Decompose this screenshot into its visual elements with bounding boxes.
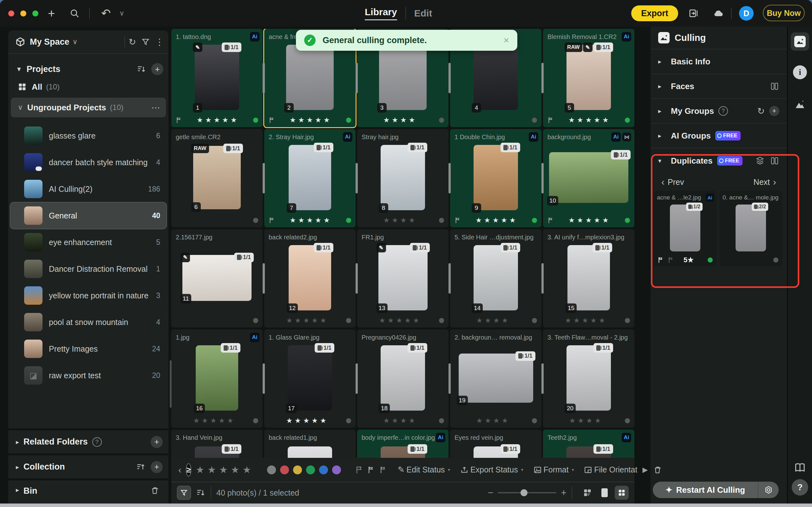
tile-scrub-handle[interactable]	[263, 263, 265, 294]
tile-scrub-handle[interactable]	[448, 363, 451, 394]
photo-thumbnail[interactable]: 1/1 12	[289, 245, 331, 311]
flag-pick-icon[interactable]	[367, 466, 376, 474]
next-chevron-icon[interactable]: ›	[773, 177, 776, 187]
pick-flag-icon[interactable]	[176, 117, 183, 124]
flag-plain-icon[interactable]	[355, 466, 364, 474]
photo-thumbnail[interactable]: 1/1 17	[288, 345, 332, 411]
tile-scrub-handle[interactable]	[356, 263, 358, 294]
star-rating[interactable]: ★★★★★	[362, 317, 439, 325]
file-orientation-button[interactable]: File Orientat	[594, 465, 637, 474]
star-rating[interactable]: ★★★★	[362, 216, 439, 224]
photo-thumbnail[interactable]: 1/1 18	[381, 345, 425, 411]
color-label-dot[interactable]	[625, 318, 630, 323]
photo-tile[interactable]: Blemish Removal 1.CR2 Ai RAW ✎	[543, 29, 634, 127]
photo-thumbnail[interactable]: RAW 1/1 6	[193, 146, 241, 209]
kebab-menu-icon[interactable]: ⋮	[155, 37, 164, 47]
color-label-dot[interactable]	[253, 118, 258, 123]
star-rating[interactable]: ★★★★★	[462, 216, 532, 224]
add-group-button[interactable]: +	[769, 106, 779, 116]
tile-scrub-handle[interactable]	[356, 363, 358, 394]
view-grid-detail-button[interactable]	[581, 486, 594, 500]
add-icon[interactable]: +	[44, 0, 58, 26]
trash-icon[interactable]	[151, 486, 160, 495]
restart-ai-culling-button[interactable]: ✦ Restart AI Culling	[653, 482, 779, 498]
pick-flag-icon[interactable]	[657, 257, 664, 264]
color-label-dot[interactable]	[532, 418, 537, 423]
grid-sort-icon[interactable]	[196, 488, 206, 498]
tile-scrub-handle[interactable]	[356, 163, 358, 193]
my-groups-refresh-icon[interactable]: ↻	[757, 106, 765, 116]
photo-tile[interactable]: back related2.jpg	[264, 229, 356, 328]
sidebar-project-item[interactable]: glasses glare 6	[10, 122, 166, 149]
tab-edit[interactable]: Edit	[414, 8, 432, 19]
related-folders-help-icon[interactable]: ?	[92, 437, 102, 447]
back-chevron-icon[interactable]: ‹	[178, 464, 181, 475]
collection-collapse-icon[interactable]: ▸	[16, 463, 19, 471]
photo-tile[interactable]: 2. backgroun… removal.jpg	[450, 329, 541, 428]
duplicates-collapse-icon[interactable]: ▾	[658, 157, 661, 165]
my-groups-help-icon[interactable]: ?	[718, 106, 728, 116]
tile-scrub-handle[interactable]	[448, 163, 451, 193]
faces-collapse-icon[interactable]: ▸	[658, 82, 661, 90]
duplicate-card[interactable]: acne & …le2.jpg Ai 1/2	[654, 191, 716, 266]
sort-projects-icon[interactable]	[137, 64, 146, 74]
sidebar-project-item[interactable]: Dancer Distraction Removal 1	[10, 256, 166, 282]
photo-thumbnail[interactable]: 1/1 19	[458, 353, 533, 403]
color-label-dot[interactable]	[532, 218, 537, 223]
view-filmstrip-button[interactable]	[598, 486, 611, 500]
color-label-dot[interactable]	[773, 258, 778, 263]
color-label-dot[interactable]	[253, 318, 258, 323]
photo-thumbnail[interactable]: 1/1 10	[549, 152, 628, 203]
bin-section[interactable]: ▸ Bin	[8, 481, 168, 506]
color-label-button[interactable]	[280, 465, 289, 474]
photo-thumbnail[interactable]: 4	[474, 45, 518, 110]
star-rating[interactable]: ★★★★	[547, 417, 625, 425]
color-label-dot[interactable]	[532, 118, 537, 123]
duplicates-layers-icon[interactable]	[755, 156, 765, 166]
tile-scrub-handle[interactable]	[448, 63, 451, 93]
tile-scrub-handle[interactable]	[448, 263, 451, 294]
duplicate-thumbnail[interactable]: 1/2	[670, 205, 700, 251]
prev-button[interactable]: Prev	[668, 178, 684, 187]
color-label-dot[interactable]	[346, 318, 351, 323]
workspace-header[interactable]: My Space ∨ ↻ ⋮	[8, 31, 168, 54]
star-rating[interactable]: ★★★★	[454, 417, 532, 425]
photo-tile[interactable]: 1.jpg Ai	[171, 329, 263, 428]
sidebar-project-item[interactable]: Pretty Images 24	[10, 335, 166, 362]
tile-scrub-handle[interactable]	[356, 63, 358, 93]
sidebar-project-item[interactable]: General 40	[10, 202, 166, 229]
photo-tile[interactable]: getle smile.CR2 RAW	[171, 129, 263, 227]
star-rating[interactable]: ★★★★★	[269, 417, 346, 425]
search-icon[interactable]	[67, 0, 82, 26]
color-label-button[interactable]	[267, 465, 276, 474]
pick-flag-icon[interactable]	[547, 117, 554, 124]
ungrouped-chevron-icon[interactable]: ∨	[18, 103, 23, 112]
undo-icon[interactable]: ↶	[99, 0, 113, 26]
color-label-button[interactable]	[306, 465, 315, 474]
color-label-dot[interactable]	[625, 418, 630, 423]
tile-scrub-handle[interactable]	[263, 363, 265, 394]
color-label-dot[interactable]	[439, 318, 444, 323]
toolbar-expand-icon[interactable]: ▶	[642, 466, 648, 474]
photo-thumbnail[interactable]: RAW ✎ 1/1 5	[566, 45, 611, 110]
toolbar-trash-icon[interactable]	[653, 465, 662, 474]
reject-flag-icon[interactable]	[668, 257, 675, 264]
filter-icon[interactable]	[141, 38, 150, 46]
photo-tile[interactable]: 1. tattoo.dng Ai ✎	[171, 29, 263, 127]
sidebar-group-ungrouped[interactable]: ∨ Ungrouped Projects (10) ⋯	[11, 98, 166, 117]
pick-flag-icon[interactable]	[269, 117, 276, 124]
sidebar-project-item[interactable]: ◪ raw export test 20	[10, 362, 166, 389]
sidebar-project-item[interactable]: yellow tone portrait in nature 3	[10, 282, 166, 309]
star-rating[interactable]: ★★★★	[362, 116, 439, 124]
photo-tile[interactable]: 2. Stray Hair.jpg Ai	[264, 129, 356, 227]
color-label-dot[interactable]	[439, 118, 444, 123]
star-rating[interactable]: ★★★★★	[554, 116, 625, 124]
color-label-dot[interactable]	[625, 218, 630, 223]
photo-thumbnail[interactable]: ✎ 1/1 11	[182, 255, 252, 301]
basic-info-collapse-icon[interactable]: ▸	[658, 58, 661, 65]
pick-flag-icon[interactable]	[269, 217, 276, 224]
color-label-button[interactable]	[319, 465, 328, 474]
flag-reject-icon[interactable]	[379, 466, 388, 474]
color-label-dot[interactable]	[346, 118, 351, 123]
sidebar-project-item[interactable]: eye enhancement 5	[10, 229, 166, 256]
